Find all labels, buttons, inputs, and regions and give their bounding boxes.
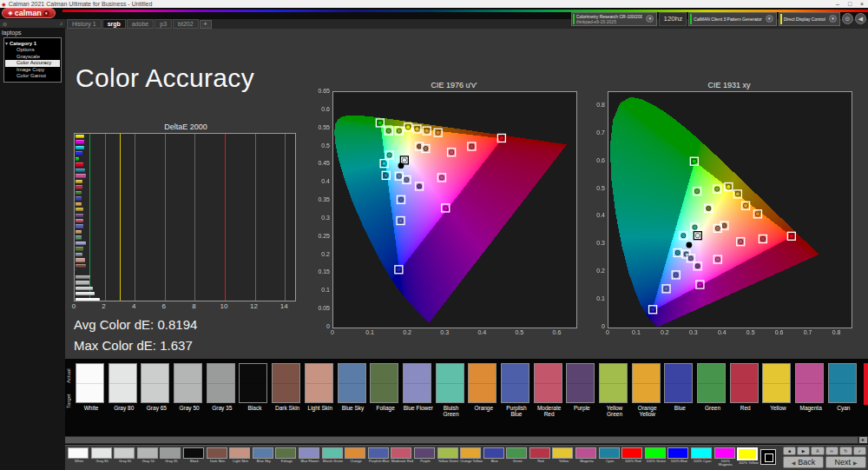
- pattern-button-orange[interactable]: Orange: [345, 447, 368, 467]
- tree-category[interactable]: ▾Category 1: [5, 40, 60, 47]
- pattern-button-green[interactable]: Green: [506, 447, 529, 467]
- pattern-button-blue-flower[interactable]: Blue Flower: [299, 447, 322, 467]
- deltae-bar-yellow-green: [76, 208, 83, 211]
- swatch-color-magenta: [795, 363, 824, 403]
- custom-pattern-button[interactable]: [760, 449, 776, 465]
- swatch-scrollbar[interactable]: ▸: [65, 436, 868, 444]
- play-icon[interactable]: ▶: [797, 447, 810, 455]
- swatch-label: Purplish Blue: [501, 405, 532, 417]
- settings-round-button[interactable]: ⊙: [842, 13, 853, 24]
- pattern-label: 100% Magenta: [714, 460, 737, 467]
- swatch-color-black: [239, 363, 267, 403]
- chevron-down-icon[interactable]: ▾: [829, 15, 837, 23]
- display-control-dropdown[interactable]: Direct Display Control ▾: [779, 12, 840, 26]
- y-tick-label: 0.2: [315, 251, 330, 257]
- pattern-button-foliage[interactable]: Foliage: [275, 447, 299, 467]
- tab-adobe[interactable]: adobe: [127, 19, 154, 29]
- scroll-right-icon[interactable]: ▸: [859, 437, 867, 443]
- pattern-button-red[interactable]: Red: [529, 447, 553, 467]
- pattern-button-bluish-green[interactable]: Bluish Green: [322, 447, 345, 467]
- deltae-bar-gray-65: [76, 287, 93, 290]
- stop-icon[interactable]: ■: [783, 447, 796, 455]
- sidebar-item-image-copy[interactable]: Image Copy: [5, 67, 60, 74]
- pattern-button-blue-sky[interactable]: Blue Sky: [253, 447, 276, 467]
- tab-history-1[interactable]: History 1: [67, 19, 102, 29]
- cie-1931-chart: CIE 1931 xy 00.10.20.30.40.50.60.70.800.…: [590, 81, 852, 345]
- swatch-blue-sky: Blue Sky: [338, 363, 371, 417]
- tab-bt202[interactable]: bt202: [173, 19, 199, 29]
- repeat-icon[interactable]: ↻: [839, 447, 852, 455]
- pattern-label: Gray 80: [91, 460, 114, 463]
- pattern-button-100-red[interactable]: 100% Red: [621, 447, 645, 467]
- pattern-button-100-green[interactable]: 100% Green: [645, 447, 668, 467]
- pattern-button-gray-80[interactable]: Gray 80: [91, 447, 115, 467]
- pattern-button-gray-50[interactable]: Gray 50: [137, 447, 161, 467]
- actual-row-label: Actual: [66, 365, 71, 387]
- pattern-button-100-magenta[interactable]: 100% Magenta: [714, 447, 738, 467]
- pattern-button-light-skin[interactable]: Light Skin: [229, 447, 253, 467]
- minimize-button[interactable]: –: [832, 1, 844, 7]
- calman-diamond-icon: ◈: [8, 10, 12, 17]
- swatch-color-white: [76, 363, 104, 403]
- pattern-color: [737, 447, 758, 460]
- pattern-button-gray-35[interactable]: Gray 35: [160, 447, 183, 467]
- scrollbar-thumb[interactable]: [65, 437, 858, 443]
- sidebar-item-options[interactable]: Options: [5, 47, 60, 54]
- add-tab-button[interactable]: +: [200, 20, 212, 29]
- pattern-button-cyan[interactable]: Cyan: [599, 447, 622, 467]
- swatch-yellow: Yellow: [762, 363, 795, 417]
- swatch-label: Gray 50: [174, 405, 205, 411]
- pattern-button-100-cyan[interactable]: 100% Cyan: [691, 447, 714, 467]
- pattern-button-black[interactable]: Black: [183, 447, 207, 467]
- sidebar-item-color-accuracy[interactable]: Color Accuracy: [5, 60, 60, 67]
- tree-collapse-icon[interactable]: ▾: [5, 41, 8, 46]
- pattern-label: 100% Yellow: [737, 461, 760, 465]
- pattern-button-yellow[interactable]: Yellow: [552, 447, 575, 467]
- meter-dropdown[interactable]: Colorimetry Research CR-100/200 thinkpad…: [571, 12, 658, 26]
- swatch-orange: Orange: [468, 363, 501, 417]
- back-button[interactable]: ◀ Back: [783, 456, 824, 468]
- chevron-down-icon[interactable]: ▾: [766, 15, 773, 23]
- close-button[interactable]: ×: [856, 1, 868, 7]
- pattern-button-moderate-red[interactable]: Moderate Red: [391, 447, 414, 467]
- swatch-color-cyan: [828, 363, 857, 403]
- color-swatch-panel: Actual Target WhiteGray 80Gray 65Gray 50…: [65, 359, 868, 445]
- collapse-panel-button[interactable]: ◀: [855, 13, 866, 24]
- pattern-button-100-yellow[interactable]: 100% Yellow: [737, 447, 760, 467]
- sidebar-item-grayscale[interactable]: Grayscale: [5, 54, 60, 61]
- infinity-icon[interactable]: ∞: [825, 447, 838, 455]
- pattern-button-gray-65[interactable]: Gray 65: [114, 447, 137, 467]
- swatch-color-purple: [566, 363, 595, 403]
- pattern-generator-dropdown[interactable]: CalMAN Client 3 Pattern Generator ▾: [688, 12, 776, 26]
- pattern-button-dark-skin[interactable]: Dark Skin: [207, 447, 230, 467]
- tab-srgb[interactable]: srgb: [102, 19, 126, 29]
- target-icon[interactable]: ⊙: [3, 21, 7, 27]
- maximize-button[interactable]: □: [844, 1, 856, 7]
- pattern-label: Black: [183, 460, 206, 463]
- pattern-button-orange-yellow[interactable]: Orange Yellow: [460, 447, 483, 467]
- pattern-button-100-blue[interactable]: 100% Blue: [667, 447, 691, 467]
- pattern-button-purplish-blue[interactable]: Purplish Blue: [368, 447, 391, 467]
- deltae-bar-gray-80: [76, 292, 95, 295]
- sidebar-item-color-gamut[interactable]: Color Gamut: [5, 73, 60, 80]
- chevron-down-icon[interactable]: ▾: [646, 15, 654, 23]
- y-tick-label: 0.3: [315, 215, 330, 221]
- check-icon[interactable]: ✓: [853, 447, 866, 455]
- tab-p3[interactable]: p3: [155, 19, 172, 29]
- swatch-gray-65: Gray 65: [141, 363, 174, 417]
- pattern-label: Blue Flower: [299, 460, 321, 463]
- swatch-foliage: Foliage: [370, 363, 403, 417]
- pattern-button-yellow-green[interactable]: Yellow Green: [437, 447, 461, 467]
- pattern-label: Blue Sky: [253, 460, 275, 463]
- pattern-button-purple[interactable]: Purple: [414, 447, 437, 467]
- volume-icon[interactable]: ♪: [60, 21, 62, 26]
- calman-menu-button[interactable]: ◈ calman ▾: [2, 8, 56, 18]
- letter-a-icon[interactable]: A: [811, 447, 824, 455]
- pattern-button-white[interactable]: White: [68, 447, 91, 467]
- pattern-button-magenta[interactable]: Magenta: [575, 447, 599, 467]
- swatch-label: Purple: [566, 405, 597, 411]
- pattern-button-blue[interactable]: Blue: [483, 447, 507, 467]
- pattern-label: Orange Yellow: [460, 460, 483, 463]
- next-button[interactable]: Next ▶: [825, 456, 866, 468]
- deltae-bar-100-blue: [76, 151, 82, 155]
